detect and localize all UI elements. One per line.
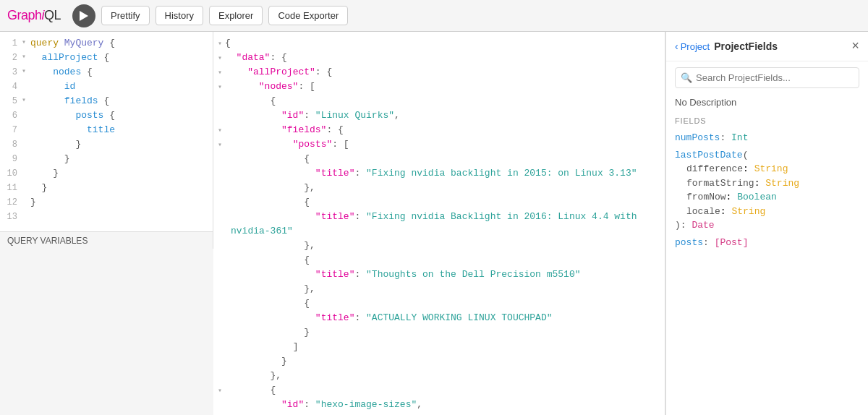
prettify-button[interactable]: Prettify	[101, 6, 149, 25]
field-last-post-date[interactable]: lastPostDate( difference: String formatS…	[675, 148, 859, 233]
json-line: {	[213, 95, 665, 110]
editor-line-10: 10 }	[0, 168, 213, 182]
editor-line-3: 3 ▾ nodes {	[0, 67, 213, 81]
editor-line-9: 9 }	[0, 153, 213, 168]
main-area: 1 ▾ query MyQuery { 2 ▾ allProject { 3 ▾…	[0, 32, 868, 415]
field-name-num-posts: numPosts	[675, 132, 720, 143]
editor-line-4: 4 id	[0, 81, 213, 95]
json-line: "title": "Fixing nvidia Backlight in 201…	[213, 211, 665, 226]
json-line: },	[213, 240, 665, 254]
json-line: ▾ "data": {	[213, 52, 665, 67]
json-line: ▾ "posts": [	[213, 139, 665, 153]
explorer-button[interactable]: Explorer	[209, 6, 263, 25]
sidebar-search-container: 🔍	[675, 67, 859, 88]
sidebar-title: ProjectFields	[714, 40, 847, 52]
code-exporter-button[interactable]: Code Exporter	[268, 6, 348, 25]
editor-line-1: 1 ▾ query MyQuery {	[0, 38, 213, 52]
json-line: }	[213, 356, 665, 370]
field-name-posts: posts	[675, 237, 703, 248]
json-line: ]	[213, 341, 665, 356]
editor-line-6: 6 posts {	[0, 110, 213, 124]
history-button[interactable]: History	[156, 6, 203, 25]
json-line: },	[213, 370, 665, 385]
sidebar: ‹ Project ProjectFields × 🔍 No Descripti…	[665, 32, 868, 415]
logo-ql: QL	[44, 8, 61, 22]
field-num-posts[interactable]: numPosts: Int	[675, 131, 859, 145]
json-line: "title": "ACTUALLY WORKING LINUX TOUCHPA…	[213, 312, 665, 327]
json-line: {	[213, 153, 665, 168]
chevron-left-icon: ‹	[675, 40, 678, 52]
json-line: "id": "hexo-image-sizes",	[213, 399, 665, 414]
run-button[interactable]	[72, 4, 95, 27]
fields-section: FIELDS numPosts: Int lastPostDate( diffe…	[666, 114, 868, 252]
sidebar-header: ‹ Project ProjectFields ×	[666, 32, 868, 61]
json-line: ▾ "allProject": {	[213, 67, 665, 81]
json-line: ▾{	[213, 38, 665, 52]
editor-line-7: 7 title	[0, 124, 213, 139]
editor-line-2: 2 ▾ allProject {	[0, 52, 213, 67]
sidebar-back-label: Project	[681, 41, 710, 52]
sidebar-close-button[interactable]: ×	[851, 39, 859, 54]
sidebar-search-input[interactable]	[675, 67, 859, 88]
query-editor[interactable]: 1 ▾ query MyQuery { 2 ▾ allProject { 3 ▾…	[0, 32, 213, 231]
search-icon: 🔍	[681, 72, 692, 84]
app-logo: GraphiQL	[7, 8, 61, 23]
editor-line-13: 13	[0, 211, 213, 226]
json-line: "id": "Linux Quirks",	[213, 110, 665, 124]
json-line: nvidia-361"	[213, 226, 665, 240]
json-line: "title": "Thoughts on the Dell Precision…	[213, 269, 665, 283]
editor-line-5: 5 ▾ fields {	[0, 95, 213, 110]
json-line: {	[213, 298, 665, 312]
json-line: {	[213, 197, 665, 211]
json-line: },	[213, 182, 665, 197]
json-line: ▾ "fields": {	[213, 124, 665, 139]
field-posts[interactable]: posts: [Post]	[675, 236, 859, 250]
sidebar-back-link[interactable]: ‹ Project	[675, 40, 710, 52]
json-output-pane[interactable]: ▾{ ▾ "data": { ▾ "allProject": { ▾ "node…	[213, 32, 665, 415]
json-line: }	[213, 327, 665, 341]
field-name-last-post-date: lastPostDate	[675, 150, 743, 161]
json-line: },	[213, 283, 665, 298]
json-line: {	[213, 254, 665, 269]
editor-line-12: 12 }	[0, 197, 213, 211]
svg-marker-0	[80, 11, 88, 21]
editor-line-11: 11 }	[0, 182, 213, 197]
query-variables-label: QUERY VARIABLES	[7, 236, 88, 246]
fields-header: FIELDS	[675, 116, 859, 125]
json-line: ▾ {	[213, 385, 665, 399]
topbar: GraphiQL Prettify History Explorer Code …	[0, 0, 868, 32]
editor-line-8: 8 }	[0, 139, 213, 153]
query-variables-bar[interactable]: QUERY VARIABLES	[0, 231, 213, 249]
json-line: "title": "Fixing nvidia backlight in 201…	[213, 168, 665, 182]
logo-graph: Graph	[7, 8, 42, 22]
no-description-label: No Description	[666, 94, 868, 114]
json-line: ▾ "nodes": [	[213, 81, 665, 95]
